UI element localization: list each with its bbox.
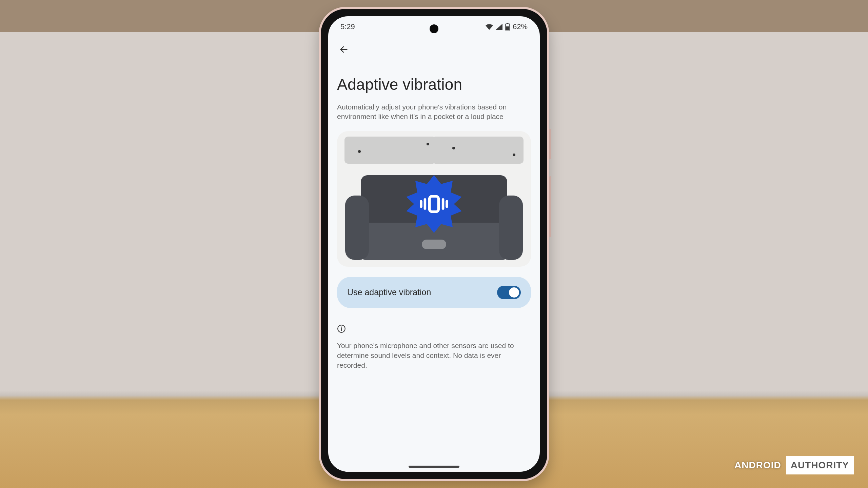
back-button[interactable] xyxy=(337,43,351,56)
svg-rect-2 xyxy=(506,26,509,30)
vibration-burst-icon xyxy=(402,172,466,236)
svg-point-9 xyxy=(341,326,342,327)
phone-side-button xyxy=(549,129,551,159)
status-battery-text: 62% xyxy=(513,22,528,31)
toggle-label: Use adaptive vibration xyxy=(347,287,431,297)
watermark: ANDROID AUTHORITY xyxy=(730,456,854,474)
page-title: Adaptive vibration xyxy=(337,75,531,94)
page-description: Automatically adjust your phone's vibrat… xyxy=(337,102,527,122)
info-section: Your phone's microphone and other sensor… xyxy=(337,324,531,370)
phone-bezel: 5:29 xyxy=(321,9,547,479)
watermark-left: ANDROID xyxy=(730,456,786,474)
toggle-switch-knob xyxy=(509,287,519,298)
info-icon xyxy=(337,328,346,334)
feature-illustration xyxy=(337,131,531,267)
illustration-wall-art xyxy=(432,137,524,164)
status-bar: 5:29 xyxy=(328,16,540,37)
nav-gesture-handle[interactable] xyxy=(409,466,459,468)
status-time: 5:29 xyxy=(340,22,355,31)
cellular-icon xyxy=(496,24,502,30)
phone-side-button xyxy=(549,176,551,237)
illustration-remote xyxy=(422,240,446,249)
back-arrow-icon xyxy=(339,45,349,54)
wifi-icon xyxy=(486,24,493,30)
svg-rect-10 xyxy=(341,328,342,331)
settings-app: Adaptive vibration Automatically adjust … xyxy=(328,37,540,472)
illustration-wall-art xyxy=(344,137,436,164)
toggle-switch[interactable] xyxy=(497,286,521,299)
phone-device: 5:29 xyxy=(319,7,549,481)
photo-scene: 5:29 xyxy=(0,0,868,488)
watermark-right: AUTHORITY xyxy=(786,456,854,474)
phone-screen: 5:29 xyxy=(328,16,540,472)
info-text: Your phone's microphone and other sensor… xyxy=(337,341,527,370)
adaptive-vibration-toggle-row[interactable]: Use adaptive vibration xyxy=(337,277,531,308)
battery-icon xyxy=(505,23,510,30)
